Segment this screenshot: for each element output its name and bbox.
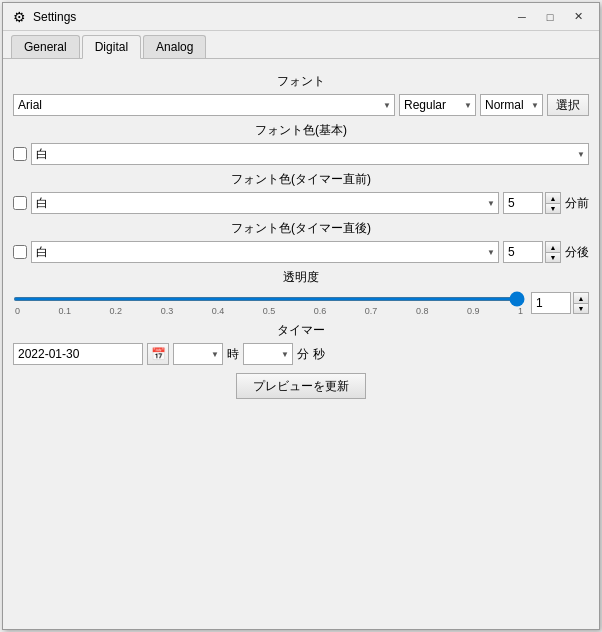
font-color-basic-label: フォント色(基本): [13, 122, 589, 139]
timer-after-minutes-input[interactable]: [503, 241, 543, 263]
font-row: Arial Calibri Courier New Times New Roma…: [13, 94, 589, 116]
main-window: ⚙ Settings ─ □ ✕ General Digital Analog …: [2, 2, 600, 630]
font-style-wrapper: Regular Bold Italic Bold Italic: [399, 94, 476, 116]
content-area: フォント Arial Calibri Courier New Times New…: [3, 59, 599, 629]
timer-minute-select[interactable]: [243, 343, 293, 365]
transparency-row: 0 0.1 0.2 0.3 0.4 0.5 0.6 0.7 0.8 0.9 1 …: [13, 290, 589, 316]
timer-date-input[interactable]: [13, 343, 143, 365]
color-timer-before-row: 白 黒 赤 青 緑 ▲ ▼ 分前: [13, 192, 589, 214]
transparency-increment[interactable]: ▲: [573, 292, 589, 303]
slider-marks: 0 0.1 0.2 0.3 0.4 0.5 0.6 0.7 0.8 0.9 1: [13, 306, 525, 316]
font-style-select[interactable]: Regular Bold Italic Bold Italic: [399, 94, 476, 116]
update-preview-button[interactable]: プレビューを更新: [236, 373, 366, 399]
color-timer-after-select[interactable]: 白 黒 赤 青 緑: [31, 241, 499, 263]
color-timer-after-row: 白 黒 赤 青 緑 ▲ ▼ 分後: [13, 241, 589, 263]
timer-hour-wrapper: [173, 343, 223, 365]
transparency-spinner: ▲ ▼: [531, 292, 589, 314]
color-timer-before-select[interactable]: 白 黒 赤 青 緑: [31, 192, 499, 214]
timer-row: 📅 時 分 秒: [13, 343, 589, 365]
tab-general[interactable]: General: [11, 35, 80, 58]
second-unit-label: 秒: [313, 346, 325, 363]
timer-before-decrement[interactable]: ▼: [545, 203, 561, 214]
timer-after-decrement[interactable]: ▼: [545, 252, 561, 263]
font-section-label: フォント: [13, 73, 589, 90]
font-color-timer-before-label: フォント色(タイマー直前): [13, 171, 589, 188]
font-size-select[interactable]: Normal Small Large: [480, 94, 543, 116]
calendar-button[interactable]: 📅: [147, 343, 169, 365]
timer-hour-select[interactable]: [173, 343, 223, 365]
color-basic-select[interactable]: 白 黒 赤 青 緑: [31, 143, 589, 165]
color-basic-row: 白 黒 赤 青 緑: [13, 143, 589, 165]
minimize-button[interactable]: ─: [509, 6, 535, 28]
timer-after-increment[interactable]: ▲: [545, 241, 561, 252]
timer-before-unit: 分前: [565, 195, 589, 212]
timer-before-spinner-buttons: ▲ ▼: [545, 192, 561, 214]
hour-unit-label: 時: [227, 346, 239, 363]
tab-bar: General Digital Analog: [3, 31, 599, 59]
timer-minute-wrapper: [243, 343, 293, 365]
window-title: Settings: [33, 10, 509, 24]
color-timer-after-checkbox[interactable]: [13, 245, 27, 259]
tab-analog[interactable]: Analog: [143, 35, 206, 58]
timer-after-spinner: ▲ ▼: [503, 241, 561, 263]
font-size-wrapper: Normal Small Large: [480, 94, 543, 116]
color-basic-checkbox[interactable]: [13, 147, 27, 161]
close-button[interactable]: ✕: [565, 6, 591, 28]
timer-before-spinner: ▲ ▼: [503, 192, 561, 214]
transparency-spinner-buttons: ▲ ▼: [573, 292, 589, 314]
color-timer-before-select-wrapper: 白 黒 赤 青 緑: [31, 192, 499, 214]
timer-section-label: タイマー: [13, 322, 589, 339]
transparency-decrement[interactable]: ▼: [573, 303, 589, 314]
color-basic-select-wrapper: 白 黒 赤 青 緑: [31, 143, 589, 165]
font-color-timer-after-label: フォント色(タイマー直後): [13, 220, 589, 237]
minute-unit-label: 分: [297, 346, 309, 363]
transparency-slider[interactable]: [13, 297, 525, 301]
maximize-button[interactable]: □: [537, 6, 563, 28]
timer-after-spinner-buttons: ▲ ▼: [545, 241, 561, 263]
color-timer-before-checkbox[interactable]: [13, 196, 27, 210]
select-font-button[interactable]: 選択: [547, 94, 589, 116]
title-bar-controls: ─ □ ✕: [509, 6, 591, 28]
font-family-select[interactable]: Arial Calibri Courier New Times New Roma…: [13, 94, 395, 116]
timer-before-minutes-input[interactable]: [503, 192, 543, 214]
timer-after-unit: 分後: [565, 244, 589, 261]
timer-before-increment[interactable]: ▲: [545, 192, 561, 203]
title-bar: ⚙ Settings ─ □ ✕: [3, 3, 599, 31]
transparency-slider-wrapper: 0 0.1 0.2 0.3 0.4 0.5 0.6 0.7 0.8 0.9 1: [13, 290, 525, 316]
transparency-label: 透明度: [13, 269, 589, 286]
tab-digital[interactable]: Digital: [82, 35, 141, 59]
transparency-value-input[interactable]: [531, 292, 571, 314]
window-icon: ⚙: [11, 9, 27, 25]
color-timer-after-select-wrapper: 白 黒 赤 青 緑: [31, 241, 499, 263]
font-family-wrapper: Arial Calibri Courier New Times New Roma…: [13, 94, 395, 116]
